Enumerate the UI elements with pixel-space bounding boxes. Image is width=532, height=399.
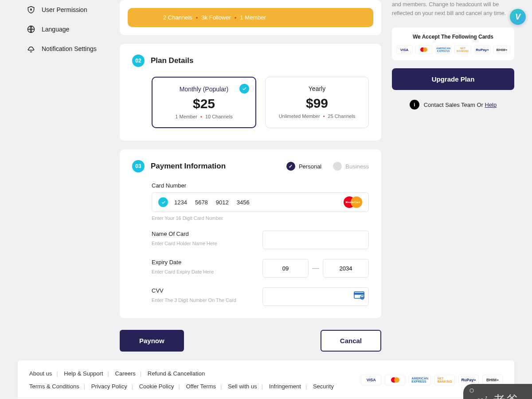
footer-link[interactable]: Infringement	[269, 383, 301, 390]
card-cvv-icon: cvv	[354, 291, 364, 302]
mastercard-icon	[385, 375, 405, 385]
float-badge: V	[510, 9, 526, 25]
valid-check-icon	[158, 197, 168, 207]
chat-icon: i	[410, 100, 419, 110]
plan-details-card: 02 Plan Details Monthly (Popular) $25 1 …	[120, 44, 381, 141]
svg-rect-3	[354, 293, 364, 294]
expiry-year-input[interactable]	[323, 259, 369, 278]
card-number-hint: Enter Your 16 Digit Card Number	[152, 215, 369, 221]
radio-unchecked-icon	[333, 162, 342, 171]
footer-links-row2: Terms & Conditions| Privacy Policy| Cook…	[29, 383, 334, 390]
payment-card: 03 Payment Information Personal Business	[120, 149, 381, 318]
plan-name: Yearly	[274, 85, 360, 92]
cvv-hint: Enter The 3 Digit Number On The Card	[152, 297, 262, 303]
sidebar-item-label: Notification Settings	[42, 45, 97, 52]
card-number-label: Card Number	[152, 182, 369, 189]
netbanking-icon: NETBANKING	[454, 45, 471, 54]
plan-description: and members. Change to headcount will be…	[392, 0, 514, 18]
footer-link[interactable]: Cookie Policy	[139, 383, 174, 390]
globe-icon	[27, 25, 35, 34]
footer-link[interactable]: Privacy Policy	[91, 383, 127, 390]
amex-icon: AMERICANEXPRESS	[435, 45, 452, 54]
sidebar: User Permission Language Notification Se…	[0, 0, 120, 352]
cvv-input[interactable]	[262, 287, 369, 306]
name-hint: Enter Card Holder Name Here	[152, 241, 262, 246]
expiry-label: Expiry Date	[152, 259, 262, 266]
banner-members: 1 Member	[240, 14, 266, 21]
action-row: Paynow Cancal	[120, 330, 381, 352]
watermark: ui 老爸 uii8.com	[463, 384, 532, 399]
radio-business[interactable]: Business	[333, 162, 369, 171]
contact-text: Contact Sales Team Or	[424, 102, 485, 108]
radio-personal[interactable]: Personal	[286, 162, 321, 171]
step-badge: 03	[132, 160, 145, 172]
footer-link[interactable]: Terms & Conditions	[29, 383, 79, 390]
plan-subtext: Unlimeted Member • 25 Channels	[274, 113, 360, 119]
contact-sales: i Contact Sales Team Or Help	[392, 100, 514, 110]
svg-point-0	[31, 9, 32, 10]
footer-link[interactable]: Help & Support	[64, 370, 103, 377]
footer-link[interactable]: Offer Terms	[186, 383, 215, 390]
section-header: 02 Plan Details	[132, 55, 369, 67]
account-type-radio: Personal Business	[286, 162, 369, 171]
plan-price: $25	[161, 96, 246, 111]
plan-subtext: 1 Member • 10 Channels	[161, 114, 246, 119]
accepted-cards-title: We Accept The Following Cards	[398, 34, 508, 40]
footer-link[interactable]: Security	[313, 383, 334, 390]
sidebar-item-language[interactable]: Language	[27, 20, 111, 39]
footer-links-row1: About us| Help & Support| Careers| Refun…	[29, 370, 334, 377]
footer-link[interactable]: Refund & Cancellation	[148, 370, 205, 377]
mastercard-icon: MasterCard	[344, 196, 362, 208]
dot-icon: •	[235, 14, 237, 21]
sidebar-item-label: User Permission	[42, 6, 87, 13]
dot-icon: •	[200, 114, 202, 119]
main-content: 2 Channels • 3k Follower • 1 Member 02 P…	[120, 0, 381, 352]
footer-link[interactable]: Careers	[115, 370, 136, 377]
expiry-hint: Enter Card Expiry Date Here	[152, 269, 262, 274]
visa-icon: VISA	[396, 45, 413, 54]
sidebar-item-notifications[interactable]: Notification Settings	[27, 39, 111, 59]
plan-price: $99	[274, 96, 360, 111]
sidebar-item-label: Language	[42, 26, 69, 33]
radio-checked-icon	[286, 162, 295, 171]
card-name-input[interactable]	[262, 231, 369, 249]
dash-icon: —	[312, 264, 319, 272]
banner-followers: 3k Follower	[201, 14, 231, 21]
accepted-cards: We Accept The Following Cards VISA AMERI…	[392, 27, 514, 60]
radio-label: Business	[345, 163, 369, 170]
netbanking-icon: NETBANKING	[434, 375, 455, 385]
upgrade-plan-button[interactable]: Upgrade Plan	[392, 68, 514, 90]
check-icon	[239, 84, 249, 94]
plan-yearly[interactable]: Yearly $99 Unlimeted Member • 25 Channel…	[265, 77, 369, 128]
dot-icon: •	[323, 113, 325, 119]
plan-monthly[interactable]: Monthly (Popular) $25 1 Member • 10 Chan…	[152, 77, 256, 128]
help-link[interactable]: Help	[485, 102, 497, 108]
bell-icon	[27, 44, 35, 53]
visa-icon: VISA	[361, 375, 381, 385]
cvv-label: CVV	[152, 287, 262, 294]
dot-icon: •	[196, 14, 198, 21]
rupay-icon: RuPay»	[474, 45, 491, 54]
shield-lock-icon	[27, 5, 35, 14]
step-badge: 02	[132, 55, 145, 67]
expiry-month-input[interactable]	[262, 259, 309, 278]
plan-banner: 2 Channels • 3k Follower • 1 Member	[128, 8, 373, 27]
radio-label: Personal	[299, 163, 321, 170]
cancel-button[interactable]: Cancal	[321, 330, 381, 352]
right-panel: and members. Change to headcount will be…	[381, 0, 514, 352]
banner-channels: 2 Channels	[163, 14, 192, 21]
footer-link[interactable]: About us	[29, 370, 52, 377]
banner-card: 2 Channels • 3k Follower • 1 Member	[120, 0, 381, 35]
svg-text:cvv: cvv	[361, 297, 364, 299]
section-title: Plan Details	[151, 56, 193, 65]
card-number-input[interactable]: 1234 5678 9012 3456 MasterCard	[152, 192, 369, 212]
section-title: Payment Information	[151, 162, 226, 171]
mastercard-icon	[415, 45, 432, 54]
sidebar-item-user-permission[interactable]: User Permission	[27, 0, 111, 20]
paynow-button[interactable]: Paynow	[120, 330, 184, 352]
footer-link[interactable]: Sell with us	[228, 383, 257, 390]
plan-name: Monthly (Popular)	[161, 86, 246, 93]
name-label: Name Of Card	[152, 231, 262, 237]
amex-icon: AMERICANEXPRESS	[409, 375, 431, 385]
card-number-value: 1234 5678 9012 3456	[174, 199, 250, 206]
